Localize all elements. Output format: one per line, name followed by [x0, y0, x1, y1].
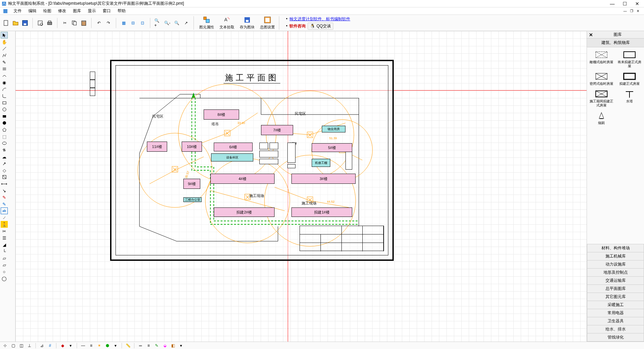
new-file-button[interactable] — [3, 20, 9, 26]
category-6[interactable]: 其它图元库 — [587, 293, 644, 301]
shape2-tool[interactable]: ▱ — [1, 261, 8, 268]
palette-item-3[interactable]: 拟建正式房屋 — [616, 71, 643, 86]
menu-draw[interactable]: 绘图 — [40, 7, 55, 15]
building-b10[interactable]: 10#楼 — [182, 142, 202, 152]
palette-item-4[interactable]: 施工期间拟建正式房屋 — [588, 89, 615, 108]
equipment-eq4[interactable]: 三楼办公室 — [183, 197, 202, 202]
zoom-fit-button[interactable]: 🔍 — [173, 20, 180, 26]
category-11[interactable]: 管线绿化 — [587, 333, 644, 342]
equipment-eq3[interactable]: 机修工棚 — [312, 159, 330, 167]
hatch-tool[interactable] — [1, 66, 8, 72]
zoom-in-button[interactable]: 🔍+ — [154, 20, 161, 26]
break-tool[interactable]: ✂ — [1, 228, 8, 234]
angle-tool[interactable]: ◢ — [1, 241, 8, 248]
filled-circle-tool[interactable] — [1, 120, 8, 126]
polygon-tool[interactable] — [1, 126, 8, 133]
arc-tool[interactable] — [1, 86, 8, 93]
distribute-h-button[interactable]: ⊟ — [130, 20, 136, 26]
wave-tool[interactable] — [1, 147, 8, 153]
filled-rect-tool[interactable] — [1, 113, 8, 120]
ring-tool[interactable]: ◯ — [1, 275, 8, 282]
building-b8[interactable]: 8#楼 — [204, 109, 239, 120]
circle-tool[interactable] — [1, 106, 8, 113]
related-software-link[interactable]: 翰文进度计划软件、标书编制软件 — [289, 16, 350, 22]
shape1-tool[interactable]: ▱ — [1, 255, 8, 261]
qq-chat-button[interactable]: 🐧 QQ交谈 — [308, 23, 333, 30]
callout-tool[interactable]: ⟋ — [1, 214, 8, 221]
category-7[interactable]: 采暖施工 — [587, 301, 644, 309]
curve-tool[interactable] — [1, 72, 8, 79]
mode1-button[interactable]: ═ — [137, 343, 144, 349]
snap-perp[interactable]: ⊥ — [26, 343, 32, 349]
master-settings-button[interactable]: 总图设置 — [259, 15, 276, 30]
brush-tool[interactable]: ✎ — [1, 201, 8, 207]
building-b7[interactable]: 7#楼 — [261, 125, 293, 135]
person-tool[interactable]: 🚶 — [1, 221, 8, 228]
palette-item-6[interactable]: 烟囱 — [588, 110, 615, 126]
cloud-tool[interactable]: ☁ — [1, 153, 8, 160]
category-3[interactable]: 地形及控制点 — [587, 269, 644, 277]
building-b11[interactable]: 11#楼 — [147, 142, 167, 152]
library-active-category[interactable]: 建筑、构筑物库 — [587, 39, 644, 47]
text-tool[interactable]: ab — [1, 207, 8, 214]
text-pick-button[interactable]: A 文本拾取 — [218, 15, 236, 30]
copy-button[interactable] — [71, 20, 78, 26]
print-button[interactable] — [46, 20, 53, 26]
grid-toggle[interactable]: # — [47, 343, 53, 349]
pan-tool[interactable]: ✋ — [1, 39, 8, 45]
building-b6[interactable]: 6#楼 — [214, 143, 253, 151]
palette-item-5[interactable]: 水塔 — [616, 89, 643, 108]
snap-midpoint[interactable]: ▢ — [10, 343, 16, 349]
spline-tool[interactable]: ◇ — [1, 167, 8, 174]
color-button[interactable]: ▾ — [68, 343, 74, 349]
category-5[interactable]: 总平面图库 — [587, 285, 644, 293]
open-file-button[interactable] — [12, 20, 19, 26]
equipment-eq2[interactable]: 物业用房 — [322, 126, 345, 132]
dropdown-status[interactable]: ▾ — [178, 343, 184, 349]
palette-item-2[interactable]: 密闭式临时房屋 — [588, 71, 615, 86]
cut-button[interactable]: ✂ — [61, 20, 68, 26]
category-8[interactable]: 常用电器 — [587, 309, 644, 317]
building-b5[interactable]: 5#楼 — [312, 143, 352, 152]
category-4[interactable]: 交通运输库 — [587, 277, 644, 285]
measure-button[interactable]: 📏 — [125, 343, 131, 349]
save-button[interactable] — [22, 20, 28, 26]
select-tool[interactable] — [1, 32, 8, 39]
category-2[interactable]: 动力设施库 — [587, 260, 644, 269]
distribute-v-button[interactable]: ⊡ — [139, 20, 146, 26]
explode-button[interactable]: ✶ — [96, 343, 102, 349]
save-block-button[interactable]: 存为图块 — [238, 15, 256, 30]
door-tool[interactable] — [1, 174, 8, 180]
layer-button[interactable]: ◆ — [59, 343, 66, 349]
pencil-tool[interactable]: ✎ — [1, 59, 8, 66]
rectangle-tool[interactable] — [1, 99, 8, 106]
menu-library[interactable]: 图库 — [70, 7, 84, 15]
brush-status-button[interactable]: ✎ — [154, 343, 160, 349]
palette-item-1[interactable]: 将来拟建正式房屋 — [616, 49, 643, 69]
category-9[interactable]: 卫生器具 — [587, 317, 644, 325]
maximize-button[interactable]: ☐ — [623, 1, 627, 6]
ungroup-button[interactable]: ▾ — [112, 343, 119, 349]
print-preview-button[interactable] — [37, 20, 44, 26]
group-button[interactable]: ⬢ — [104, 343, 110, 349]
fillet-tool[interactable] — [1, 93, 8, 99]
undo-button[interactable]: ↶ — [96, 20, 102, 26]
mode2-button[interactable]: ≡ — [146, 343, 152, 349]
element-props-button[interactable]: 图元属性 — [198, 15, 215, 30]
menu-file[interactable]: 文件 — [10, 7, 25, 15]
spiral-tool[interactable]: ◉ — [1, 79, 8, 86]
snap-endpoint[interactable]: ⊹ — [2, 343, 8, 349]
fill-button[interactable]: ⬙ — [162, 343, 168, 349]
building-b9[interactable]: 9#楼 — [183, 179, 200, 189]
ortho-toggle[interactable]: ⊿ — [39, 343, 45, 349]
arrow-tool[interactable]: ↗ — [1, 160, 8, 167]
polyline-tool[interactable] — [1, 52, 8, 59]
corner-tool[interactable]: └ — [1, 248, 8, 255]
menu-window[interactable]: 窗口 — [99, 7, 114, 15]
menu-edit[interactable]: 编辑 — [25, 7, 40, 15]
mdi-restore[interactable]: ❐ — [630, 9, 633, 13]
menu-tool[interactable]: ☰ — [1, 234, 8, 241]
snap-center[interactable]: ◫ — [18, 343, 24, 349]
region-tool[interactable]: ⬚ — [1, 133, 8, 140]
align-button[interactable]: ▦ — [120, 20, 127, 26]
